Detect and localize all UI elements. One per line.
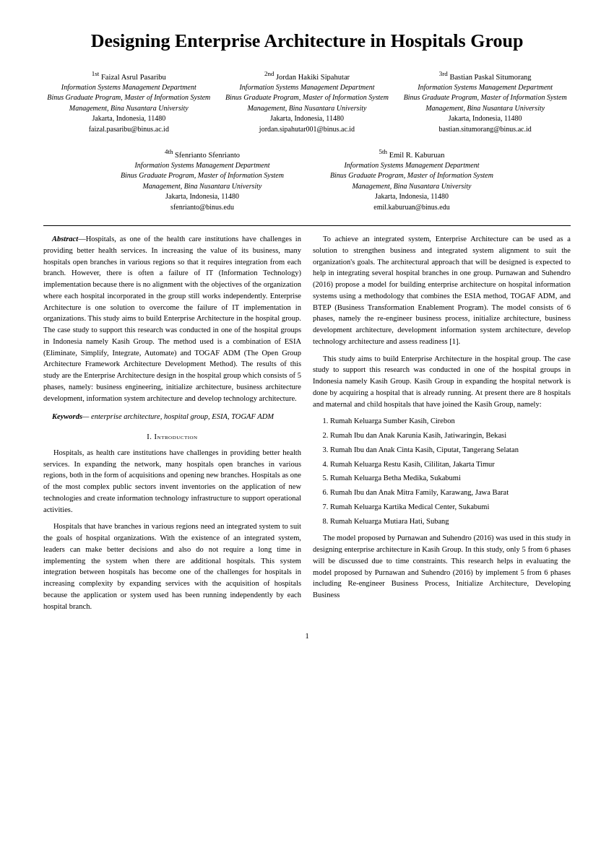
page-title: Designing Enterprise Architecture in Hos…	[43, 29, 571, 53]
list-item: Rumah Keluarga Sumber Kasih, Cirebon	[330, 415, 571, 427]
author-3: 3rd Bastian Paskal Situmorang Informatio…	[399, 69, 571, 134]
right-para-1: To achieve an integrated system, Enterpr…	[313, 233, 571, 347]
list-item: Rumah Keluarga Mutiara Hati, Subang	[330, 516, 571, 527]
list-item: Rumah Ibu dan Anak Mitra Family, Karawan…	[330, 487, 571, 498]
author-4: 4th Sfenrianto Sfenrianto Information Sy…	[101, 147, 303, 212]
list-item: Rumah Keluarga Restu Kasih, Cililitan, J…	[330, 459, 571, 470]
right-para-3: The model proposed by Purnawan and Suhen…	[313, 532, 571, 601]
page-number: 1	[43, 632, 571, 640]
author-2: 2nd Jordan Hakiki Sipahutar Information …	[222, 69, 393, 134]
section-divider	[43, 225, 571, 226]
right-para-2: This study aims to build Enterprise Arch…	[313, 353, 571, 410]
author-1: 1st Faizal Asrul Pasaribu Information Sy…	[43, 69, 215, 134]
abstract-text: Abstract—Hospitals, as one of the health…	[43, 233, 301, 404]
hospital-list: Rumah Keluarga Sumber Kasih, Cirebon Rum…	[313, 415, 571, 526]
authors-top-row: 1st Faizal Asrul Pasaribu Information Sy…	[43, 69, 571, 134]
list-item: Rumah Ibu dan Anak Karunia Kasih, Jatiwa…	[330, 430, 571, 441]
author-5: 5th Emil R. Kaburuan Information Systems…	[311, 147, 513, 212]
main-content: Abstract—Hospitals, as one of the health…	[43, 233, 571, 617]
list-item: Rumah Ibu dan Anak Cinta Kasih, Ciputat,…	[330, 444, 571, 456]
right-column: To achieve an integrated system, Enterpr…	[313, 233, 571, 617]
authors-bottom-row: 4th Sfenrianto Sfenrianto Information Sy…	[43, 147, 571, 212]
section-1-header: I. Introduction	[43, 431, 301, 443]
keywords-section: Keywords— enterprise architecture, hospi…	[52, 411, 301, 422]
abstract-section: Abstract—Hospitals, as one of the health…	[43, 233, 301, 404]
intro-para-1: Hospitals, as health care institutions h…	[43, 447, 301, 516]
list-item: Rumah Keluarga Betha Medika, Sukabumi	[330, 472, 571, 484]
list-item: Rumah Keluarga Kartika Medical Center, S…	[330, 501, 571, 513]
intro-para-2: Hospitals that have branches in various …	[43, 521, 301, 612]
left-column: Abstract—Hospitals, as one of the health…	[43, 233, 301, 617]
